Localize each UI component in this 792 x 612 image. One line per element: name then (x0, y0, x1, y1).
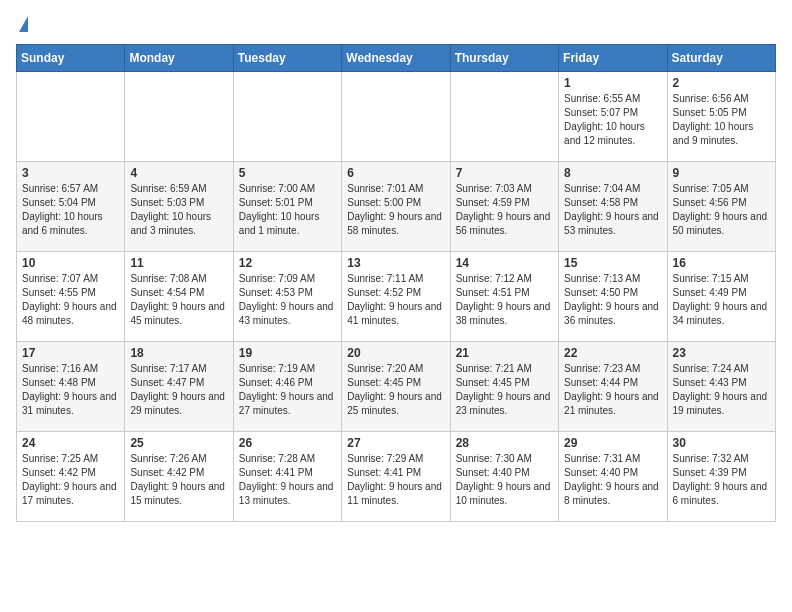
day-number: 15 (564, 256, 661, 270)
day-info: Sunrise: 7:32 AM Sunset: 4:39 PM Dayligh… (673, 452, 770, 508)
day-cell (17, 72, 125, 162)
header-cell-wednesday: Wednesday (342, 45, 450, 72)
day-number: 26 (239, 436, 336, 450)
day-cell: 13Sunrise: 7:11 AM Sunset: 4:52 PM Dayli… (342, 252, 450, 342)
day-info: Sunrise: 7:07 AM Sunset: 4:55 PM Dayligh… (22, 272, 119, 328)
day-cell: 27Sunrise: 7:29 AM Sunset: 4:41 PM Dayli… (342, 432, 450, 522)
day-cell: 14Sunrise: 7:12 AM Sunset: 4:51 PM Dayli… (450, 252, 558, 342)
day-number: 18 (130, 346, 227, 360)
day-info: Sunrise: 7:26 AM Sunset: 4:42 PM Dayligh… (130, 452, 227, 508)
day-cell: 20Sunrise: 7:20 AM Sunset: 4:45 PM Dayli… (342, 342, 450, 432)
day-info: Sunrise: 6:57 AM Sunset: 5:04 PM Dayligh… (22, 182, 119, 238)
logo-icon (19, 16, 28, 32)
day-info: Sunrise: 7:19 AM Sunset: 4:46 PM Dayligh… (239, 362, 336, 418)
day-info: Sunrise: 7:20 AM Sunset: 4:45 PM Dayligh… (347, 362, 444, 418)
week-row-5: 24Sunrise: 7:25 AM Sunset: 4:42 PM Dayli… (17, 432, 776, 522)
day-cell (342, 72, 450, 162)
header-row: SundayMondayTuesdayWednesdayThursdayFrid… (17, 45, 776, 72)
day-number: 9 (673, 166, 770, 180)
day-cell: 9Sunrise: 7:05 AM Sunset: 4:56 PM Daylig… (667, 162, 775, 252)
day-cell: 25Sunrise: 7:26 AM Sunset: 4:42 PM Dayli… (125, 432, 233, 522)
calendar-body: 1Sunrise: 6:55 AM Sunset: 5:07 PM Daylig… (17, 72, 776, 522)
day-info: Sunrise: 7:03 AM Sunset: 4:59 PM Dayligh… (456, 182, 553, 238)
day-number: 7 (456, 166, 553, 180)
day-number: 21 (456, 346, 553, 360)
day-number: 27 (347, 436, 444, 450)
day-cell: 28Sunrise: 7:30 AM Sunset: 4:40 PM Dayli… (450, 432, 558, 522)
day-info: Sunrise: 7:16 AM Sunset: 4:48 PM Dayligh… (22, 362, 119, 418)
day-info: Sunrise: 6:56 AM Sunset: 5:05 PM Dayligh… (673, 92, 770, 148)
day-cell: 8Sunrise: 7:04 AM Sunset: 4:58 PM Daylig… (559, 162, 667, 252)
day-info: Sunrise: 7:12 AM Sunset: 4:51 PM Dayligh… (456, 272, 553, 328)
day-info: Sunrise: 7:31 AM Sunset: 4:40 PM Dayligh… (564, 452, 661, 508)
day-number: 19 (239, 346, 336, 360)
day-cell: 23Sunrise: 7:24 AM Sunset: 4:43 PM Dayli… (667, 342, 775, 432)
day-number: 29 (564, 436, 661, 450)
day-info: Sunrise: 7:01 AM Sunset: 5:00 PM Dayligh… (347, 182, 444, 238)
day-cell: 7Sunrise: 7:03 AM Sunset: 4:59 PM Daylig… (450, 162, 558, 252)
day-number: 12 (239, 256, 336, 270)
page-header (16, 16, 776, 32)
day-cell: 10Sunrise: 7:07 AM Sunset: 4:55 PM Dayli… (17, 252, 125, 342)
day-info: Sunrise: 7:25 AM Sunset: 4:42 PM Dayligh… (22, 452, 119, 508)
day-info: Sunrise: 7:08 AM Sunset: 4:54 PM Dayligh… (130, 272, 227, 328)
day-cell: 18Sunrise: 7:17 AM Sunset: 4:47 PM Dayli… (125, 342, 233, 432)
day-info: Sunrise: 6:55 AM Sunset: 5:07 PM Dayligh… (564, 92, 661, 148)
day-cell: 17Sunrise: 7:16 AM Sunset: 4:48 PM Dayli… (17, 342, 125, 432)
header-cell-saturday: Saturday (667, 45, 775, 72)
day-number: 16 (673, 256, 770, 270)
day-number: 24 (22, 436, 119, 450)
day-number: 6 (347, 166, 444, 180)
day-number: 5 (239, 166, 336, 180)
day-number: 4 (130, 166, 227, 180)
day-info: Sunrise: 7:21 AM Sunset: 4:45 PM Dayligh… (456, 362, 553, 418)
day-cell: 19Sunrise: 7:19 AM Sunset: 4:46 PM Dayli… (233, 342, 341, 432)
day-number: 28 (456, 436, 553, 450)
day-number: 11 (130, 256, 227, 270)
day-number: 20 (347, 346, 444, 360)
header-cell-friday: Friday (559, 45, 667, 72)
day-cell: 6Sunrise: 7:01 AM Sunset: 5:00 PM Daylig… (342, 162, 450, 252)
day-info: Sunrise: 6:59 AM Sunset: 5:03 PM Dayligh… (130, 182, 227, 238)
week-row-1: 1Sunrise: 6:55 AM Sunset: 5:07 PM Daylig… (17, 72, 776, 162)
day-number: 17 (22, 346, 119, 360)
header-cell-thursday: Thursday (450, 45, 558, 72)
day-cell: 5Sunrise: 7:00 AM Sunset: 5:01 PM Daylig… (233, 162, 341, 252)
calendar-table: SundayMondayTuesdayWednesdayThursdayFrid… (16, 44, 776, 522)
day-number: 22 (564, 346, 661, 360)
day-info: Sunrise: 7:09 AM Sunset: 4:53 PM Dayligh… (239, 272, 336, 328)
day-info: Sunrise: 7:04 AM Sunset: 4:58 PM Dayligh… (564, 182, 661, 238)
day-cell (125, 72, 233, 162)
day-cell: 15Sunrise: 7:13 AM Sunset: 4:50 PM Dayli… (559, 252, 667, 342)
day-info: Sunrise: 7:05 AM Sunset: 4:56 PM Dayligh… (673, 182, 770, 238)
day-info: Sunrise: 7:11 AM Sunset: 4:52 PM Dayligh… (347, 272, 444, 328)
day-info: Sunrise: 7:23 AM Sunset: 4:44 PM Dayligh… (564, 362, 661, 418)
logo (16, 16, 28, 32)
day-cell: 3Sunrise: 6:57 AM Sunset: 5:04 PM Daylig… (17, 162, 125, 252)
day-number: 2 (673, 76, 770, 90)
day-cell: 11Sunrise: 7:08 AM Sunset: 4:54 PM Dayli… (125, 252, 233, 342)
day-cell: 4Sunrise: 6:59 AM Sunset: 5:03 PM Daylig… (125, 162, 233, 252)
day-cell: 2Sunrise: 6:56 AM Sunset: 5:05 PM Daylig… (667, 72, 775, 162)
week-row-4: 17Sunrise: 7:16 AM Sunset: 4:48 PM Dayli… (17, 342, 776, 432)
day-info: Sunrise: 7:29 AM Sunset: 4:41 PM Dayligh… (347, 452, 444, 508)
week-row-2: 3Sunrise: 6:57 AM Sunset: 5:04 PM Daylig… (17, 162, 776, 252)
day-number: 13 (347, 256, 444, 270)
calendar-header: SundayMondayTuesdayWednesdayThursdayFrid… (17, 45, 776, 72)
day-number: 3 (22, 166, 119, 180)
day-number: 10 (22, 256, 119, 270)
day-cell (450, 72, 558, 162)
day-info: Sunrise: 7:15 AM Sunset: 4:49 PM Dayligh… (673, 272, 770, 328)
day-cell: 12Sunrise: 7:09 AM Sunset: 4:53 PM Dayli… (233, 252, 341, 342)
day-number: 8 (564, 166, 661, 180)
day-cell: 22Sunrise: 7:23 AM Sunset: 4:44 PM Dayli… (559, 342, 667, 432)
header-cell-sunday: Sunday (17, 45, 125, 72)
day-cell: 30Sunrise: 7:32 AM Sunset: 4:39 PM Dayli… (667, 432, 775, 522)
day-number: 14 (456, 256, 553, 270)
day-info: Sunrise: 7:17 AM Sunset: 4:47 PM Dayligh… (130, 362, 227, 418)
header-cell-monday: Monday (125, 45, 233, 72)
day-cell (233, 72, 341, 162)
day-info: Sunrise: 7:30 AM Sunset: 4:40 PM Dayligh… (456, 452, 553, 508)
header-cell-tuesday: Tuesday (233, 45, 341, 72)
day-cell: 26Sunrise: 7:28 AM Sunset: 4:41 PM Dayli… (233, 432, 341, 522)
